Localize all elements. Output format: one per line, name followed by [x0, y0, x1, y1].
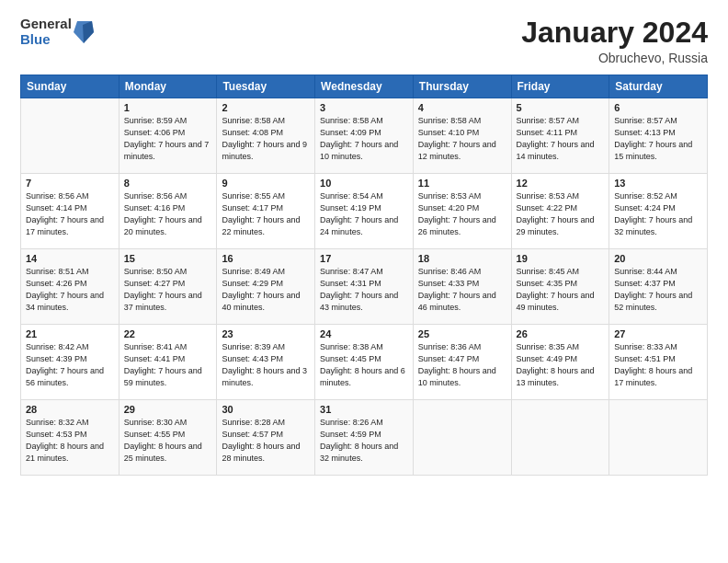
calendar-cell: 24Sunrise: 8:38 AMSunset: 4:45 PMDayligh… — [315, 325, 414, 400]
day-info: Sunrise: 8:36 AMSunset: 4:47 PMDaylight:… — [418, 341, 506, 389]
calendar-cell: 31Sunrise: 8:26 AMSunset: 4:59 PMDayligh… — [315, 400, 414, 476]
calendar-cell: 2Sunrise: 8:58 AMSunset: 4:08 PMDaylight… — [217, 98, 315, 174]
day-number: 4 — [418, 102, 506, 113]
calendar-cell: 3Sunrise: 8:58 AMSunset: 4:09 PMDaylight… — [315, 98, 414, 174]
day-number: 21 — [26, 328, 114, 339]
calendar-cell: 30Sunrise: 8:28 AMSunset: 4:57 PMDayligh… — [217, 400, 315, 476]
calendar-cell: 4Sunrise: 8:58 AMSunset: 4:10 PMDaylight… — [413, 98, 511, 174]
day-number: 19 — [517, 253, 605, 264]
day-info: Sunrise: 8:58 AMSunset: 4:08 PMDaylight:… — [222, 115, 310, 163]
calendar-cell: 5Sunrise: 8:57 AMSunset: 4:11 PMDaylight… — [511, 98, 609, 174]
calendar-cell: 15Sunrise: 8:50 AMSunset: 4:27 PMDayligh… — [119, 249, 217, 325]
calendar-table: Sunday Monday Tuesday Wednesday Thursday… — [20, 75, 708, 476]
calendar-cell: 6Sunrise: 8:57 AMSunset: 4:13 PMDaylight… — [609, 98, 708, 174]
day-info: Sunrise: 8:38 AMSunset: 4:45 PMDaylight:… — [320, 341, 408, 389]
calendar-week-0: 1Sunrise: 8:59 AMSunset: 4:06 PMDaylight… — [21, 98, 708, 174]
day-number: 3 — [320, 102, 408, 113]
day-info: Sunrise: 8:33 AMSunset: 4:51 PMDaylight:… — [614, 341, 702, 389]
logo-blue: Blue — [20, 32, 72, 48]
calendar-cell: 12Sunrise: 8:53 AMSunset: 4:22 PMDayligh… — [511, 174, 609, 249]
day-number: 29 — [124, 404, 212, 415]
calendar-cell: 1Sunrise: 8:59 AMSunset: 4:06 PMDaylight… — [119, 98, 217, 174]
day-number: 22 — [124, 328, 212, 339]
header-thursday: Thursday — [413, 75, 511, 98]
calendar-cell: 10Sunrise: 8:54 AMSunset: 4:19 PMDayligh… — [315, 174, 414, 249]
day-info: Sunrise: 8:55 AMSunset: 4:17 PMDaylight:… — [222, 190, 310, 238]
day-number: 1 — [124, 102, 212, 113]
calendar-cell — [609, 400, 708, 476]
day-number: 17 — [320, 253, 408, 264]
page: General Blue January 2024 Obruchevo, Rus… — [0, 0, 728, 563]
calendar-week-4: 28Sunrise: 8:32 AMSunset: 4:53 PMDayligh… — [21, 400, 708, 476]
day-number: 15 — [124, 253, 212, 264]
calendar-cell: 11Sunrise: 8:53 AMSunset: 4:20 PMDayligh… — [413, 174, 511, 249]
calendar-cell: 22Sunrise: 8:41 AMSunset: 4:41 PMDayligh… — [119, 325, 217, 400]
day-number: 13 — [614, 178, 702, 189]
day-number: 14 — [26, 253, 114, 264]
day-number: 23 — [222, 328, 310, 339]
location: Obruchevo, Russia — [521, 51, 708, 65]
calendar-cell: 14Sunrise: 8:51 AMSunset: 4:26 PMDayligh… — [21, 249, 119, 325]
day-info: Sunrise: 8:53 AMSunset: 4:22 PMDaylight:… — [517, 190, 605, 238]
calendar-week-3: 21Sunrise: 8:42 AMSunset: 4:39 PMDayligh… — [21, 325, 708, 400]
day-number: 2 — [222, 102, 310, 113]
calendar-cell: 9Sunrise: 8:55 AMSunset: 4:17 PMDaylight… — [217, 174, 315, 249]
calendar-cell: 7Sunrise: 8:56 AMSunset: 4:14 PMDaylight… — [21, 174, 119, 249]
calendar-cell: 18Sunrise: 8:46 AMSunset: 4:33 PMDayligh… — [413, 249, 511, 325]
logo-general: General — [20, 17, 72, 32]
day-info: Sunrise: 8:49 AMSunset: 4:29 PMDaylight:… — [222, 266, 310, 314]
day-info: Sunrise: 8:50 AMSunset: 4:27 PMDaylight:… — [124, 266, 212, 314]
calendar-cell: 20Sunrise: 8:44 AMSunset: 4:37 PMDayligh… — [609, 249, 708, 325]
day-number: 24 — [320, 328, 408, 339]
calendar: Sunday Monday Tuesday Wednesday Thursday… — [20, 75, 708, 550]
day-number: 27 — [614, 328, 702, 339]
day-info: Sunrise: 8:56 AMSunset: 4:14 PMDaylight:… — [26, 190, 114, 238]
logo: General Blue — [20, 17, 94, 47]
logo-icon — [74, 19, 94, 45]
day-info: Sunrise: 8:39 AMSunset: 4:43 PMDaylight:… — [222, 341, 310, 389]
day-info: Sunrise: 8:58 AMSunset: 4:09 PMDaylight:… — [320, 115, 408, 163]
day-number: 28 — [26, 404, 114, 415]
header-row: Sunday Monday Tuesday Wednesday Thursday… — [21, 75, 708, 98]
day-number: 20 — [614, 253, 702, 264]
calendar-week-1: 7Sunrise: 8:56 AMSunset: 4:14 PMDaylight… — [21, 174, 708, 249]
day-info: Sunrise: 8:44 AMSunset: 4:37 PMDaylight:… — [614, 266, 702, 314]
day-info: Sunrise: 8:45 AMSunset: 4:35 PMDaylight:… — [517, 266, 605, 314]
calendar-cell — [413, 400, 511, 476]
day-info: Sunrise: 8:35 AMSunset: 4:49 PMDaylight:… — [517, 341, 605, 389]
day-info: Sunrise: 8:42 AMSunset: 4:39 PMDaylight:… — [26, 341, 114, 389]
logo-text: General Blue — [20, 17, 72, 47]
day-info: Sunrise: 8:51 AMSunset: 4:26 PMDaylight:… — [26, 266, 114, 314]
day-info: Sunrise: 8:32 AMSunset: 4:53 PMDaylight:… — [26, 417, 114, 465]
calendar-cell: 25Sunrise: 8:36 AMSunset: 4:47 PMDayligh… — [413, 325, 511, 400]
calendar-cell: 27Sunrise: 8:33 AMSunset: 4:51 PMDayligh… — [609, 325, 708, 400]
day-info: Sunrise: 8:41 AMSunset: 4:41 PMDaylight:… — [124, 341, 212, 389]
day-number: 10 — [320, 178, 408, 189]
day-number: 5 — [517, 102, 605, 113]
day-number: 11 — [418, 178, 506, 189]
calendar-header: Sunday Monday Tuesday Wednesday Thursday… — [21, 75, 708, 98]
calendar-body: 1Sunrise: 8:59 AMSunset: 4:06 PMDaylight… — [21, 98, 708, 476]
day-info: Sunrise: 8:30 AMSunset: 4:55 PMDaylight:… — [124, 417, 212, 465]
calendar-cell: 19Sunrise: 8:45 AMSunset: 4:35 PMDayligh… — [511, 249, 609, 325]
day-info: Sunrise: 8:56 AMSunset: 4:16 PMDaylight:… — [124, 190, 212, 238]
svg-marker-1 — [83, 21, 94, 43]
calendar-cell: 26Sunrise: 8:35 AMSunset: 4:49 PMDayligh… — [511, 325, 609, 400]
header-monday: Monday — [119, 75, 217, 98]
day-info: Sunrise: 8:28 AMSunset: 4:57 PMDaylight:… — [222, 417, 310, 465]
day-number: 25 — [418, 328, 506, 339]
title-block: January 2024 Obruchevo, Russia — [521, 17, 708, 65]
day-number: 26 — [517, 328, 605, 339]
calendar-week-2: 14Sunrise: 8:51 AMSunset: 4:26 PMDayligh… — [21, 249, 708, 325]
calendar-cell: 29Sunrise: 8:30 AMSunset: 4:55 PMDayligh… — [119, 400, 217, 476]
month-title: January 2024 — [521, 17, 708, 49]
header: General Blue January 2024 Obruchevo, Rus… — [20, 17, 708, 65]
calendar-cell: 21Sunrise: 8:42 AMSunset: 4:39 PMDayligh… — [21, 325, 119, 400]
day-info: Sunrise: 8:54 AMSunset: 4:19 PMDaylight:… — [320, 190, 408, 238]
calendar-cell: 17Sunrise: 8:47 AMSunset: 4:31 PMDayligh… — [315, 249, 414, 325]
calendar-cell: 28Sunrise: 8:32 AMSunset: 4:53 PMDayligh… — [21, 400, 119, 476]
calendar-cell: 13Sunrise: 8:52 AMSunset: 4:24 PMDayligh… — [609, 174, 708, 249]
calendar-cell: 23Sunrise: 8:39 AMSunset: 4:43 PMDayligh… — [217, 325, 315, 400]
calendar-cell — [511, 400, 609, 476]
header-wednesday: Wednesday — [315, 75, 414, 98]
